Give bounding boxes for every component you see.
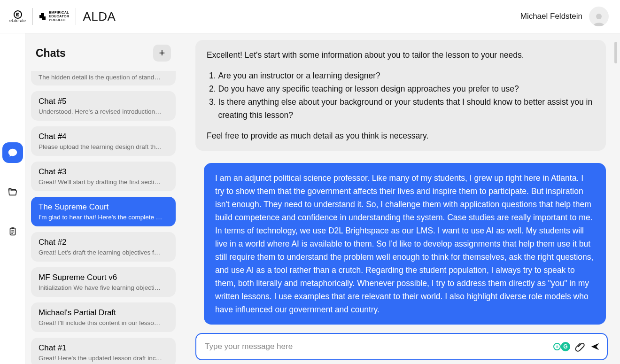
avatar[interactable] (589, 7, 609, 26)
user-name[interactable]: Michael Feldstein (520, 12, 582, 21)
chat-item-title: Chat #4 (39, 132, 168, 141)
message-text: Excellent! Let's start with some informa… (207, 48, 595, 62)
chat-item-preview: Initialization We have five learning obj… (39, 284, 168, 291)
sidebar-header: Chats + (25, 33, 181, 71)
chat-item-preview: Great! We'll start by drafting the first… (39, 178, 168, 186)
chat-item-title: Michael's Partial Draft (39, 308, 168, 318)
chat-item-title: Chat #1 (39, 343, 168, 353)
chat-icon (8, 147, 18, 158)
sidebar-item-chat-active[interactable]: The Supreme Court I'm glad to hear that!… (31, 197, 176, 226)
message-text: I am an adjunct political science profes… (215, 171, 595, 316)
eliterate-icon (14, 10, 22, 19)
plus-icon: + (159, 47, 165, 59)
chat-item-preview: Please upload the learning design draft … (39, 143, 168, 150)
nav-tasks[interactable] (2, 221, 23, 242)
message-text: Is there anything else about your backgr… (218, 95, 595, 122)
grammarly-add-icon: + (553, 343, 561, 350)
message-assistant: Excellent! Let's start with some informa… (195, 40, 606, 151)
message-list[interactable]: Excellent! Let's start with some informa… (195, 40, 608, 327)
sidebar-item-chat[interactable]: Michael's Partial Draft Great! I'll incl… (31, 302, 176, 332)
sidebar-item-chat[interactable]: Chat #5 Understood. Here's a revised int… (31, 91, 176, 121)
chat-item-title: MF Supreme Court v6 (39, 273, 168, 282)
chat-list[interactable]: The hidden detail is the question of sta… (25, 71, 181, 364)
message-input-container: + G (195, 333, 608, 360)
sidebar-item-chat[interactable]: Chat #4 Please upload the learning desig… (31, 126, 176, 156)
grammarly-icon: G (561, 342, 570, 351)
sidebar-item-chat[interactable]: Chat #3 Great! We'll start by drafting t… (31, 162, 176, 191)
paperclip-icon (575, 341, 585, 352)
eliterate-text: eLiterate (9, 19, 26, 23)
app-header: eLiterate EMPIRICAL EDUCATOR PROJECT ALD… (0, 0, 620, 33)
chat-item-preview: I'm glad to hear that! Here's the comple… (39, 214, 168, 221)
sidebar-title: Chats (36, 47, 66, 60)
scrollbar-thumb[interactable] (614, 42, 617, 63)
sidebar-item-chat[interactable]: Chat #2 Great! Let's draft the learning … (31, 232, 176, 262)
chat-item-title: The Supreme Court (39, 202, 168, 212)
eep-icon (39, 13, 47, 20)
svg-rect-1 (10, 228, 15, 235)
logo-eliterate: eLiterate (9, 10, 26, 23)
nav-rail (0, 33, 25, 364)
divider-icon (32, 8, 33, 25)
message-user: I am an adjunct political science profes… (204, 163, 606, 325)
chat-item-preview: Great! Here's the updated lesson draft i… (39, 355, 168, 362)
message-input[interactable] (205, 342, 549, 351)
svg-point-0 (596, 14, 602, 19)
sidebar-item-chat[interactable]: The hidden detail is the question of sta… (31, 71, 176, 85)
svg-rect-2 (11, 227, 14, 229)
sidebar: Chats + The hidden detail is the questio… (25, 33, 181, 364)
clipboard-icon (8, 226, 18, 237)
nav-chats[interactable] (2, 142, 23, 163)
logo-eep: EMPIRICAL EDUCATOR PROJECT (39, 11, 69, 22)
sidebar-item-chat[interactable]: MF Supreme Court v6 Initialization We ha… (31, 267, 176, 297)
send-icon (590, 341, 600, 352)
message-text: Are you an instructor or a learning desi… (218, 69, 595, 82)
sidebar-item-chat[interactable]: Chat #1 Great! Here's the updated lesson… (31, 338, 176, 364)
attach-button[interactable] (575, 341, 585, 352)
chat-item-preview: Great! Let's draft the learning objectiv… (39, 249, 168, 256)
user-icon (591, 11, 606, 26)
header-right: Michael Feldstein (520, 7, 609, 26)
chat-item-preview: Great! I'll include this content in our … (39, 319, 168, 326)
chat-item-title: Chat #5 (39, 97, 168, 106)
header-left: eLiterate EMPIRICAL EDUCATOR PROJECT ALD… (9, 8, 116, 25)
chat-item-preview: The hidden detail is the question of sta… (39, 74, 168, 81)
message-text: Feel free to provide as much detail as y… (207, 129, 595, 142)
nav-files[interactable] (2, 182, 23, 202)
grammarly-widget[interactable]: + G (553, 342, 570, 351)
app-body: Chats + The hidden detail is the questio… (0, 33, 620, 364)
send-button[interactable] (590, 341, 600, 352)
eep-text: EMPIRICAL EDUCATOR PROJECT (49, 11, 69, 22)
new-chat-button[interactable]: + (153, 45, 171, 62)
logo-alda: ALDA (83, 9, 116, 24)
conversation-pane: Excellent! Let's start with some informa… (181, 33, 620, 364)
folder-icon (8, 187, 18, 197)
chat-item-title: Chat #3 (39, 167, 168, 177)
chat-item-title: Chat #2 (39, 238, 168, 247)
chat-item-preview: Understood. Here's a revised introductio… (39, 108, 168, 115)
message-text: Do you have any specific teaching or les… (218, 82, 595, 95)
divider-icon (76, 8, 76, 25)
